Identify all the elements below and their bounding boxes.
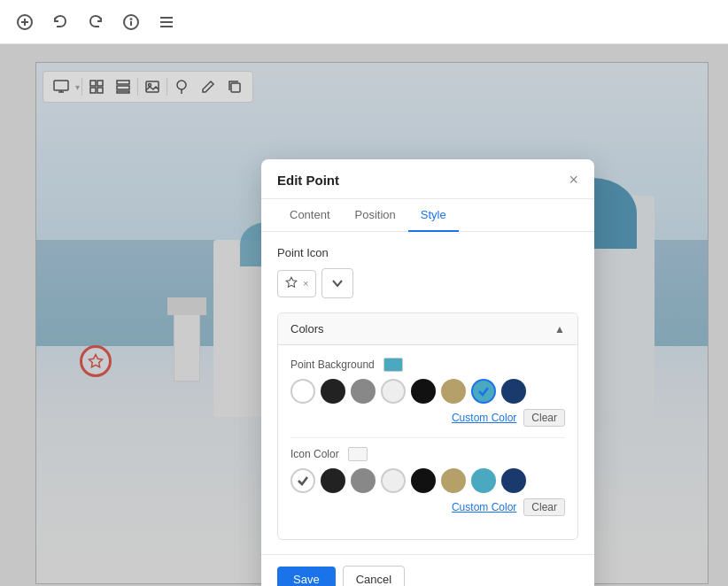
- add-icon[interactable]: [14, 12, 35, 33]
- color-divider: [290, 437, 565, 438]
- icon-color-row: Icon Color: [290, 447, 565, 516]
- swatch-icon-dark[interactable]: [321, 468, 345, 493]
- menu-icon[interactable]: [156, 12, 177, 33]
- save-button[interactable]: Save: [277, 567, 336, 586]
- point-background-header: Point Background: [290, 358, 565, 372]
- point-bg-clear-button[interactable]: Clear: [523, 409, 565, 427]
- swatch-bg-navy[interactable]: [501, 379, 526, 404]
- tab-style[interactable]: Style: [408, 199, 459, 232]
- tab-position[interactable]: Position: [343, 199, 408, 232]
- icon-color-preview[interactable]: [348, 447, 368, 461]
- swatch-icon-gray[interactable]: [351, 468, 376, 493]
- info-icon[interactable]: [120, 12, 142, 33]
- swatch-bg-white[interactable]: [290, 379, 315, 404]
- point-background-row: Point Background: [290, 358, 565, 427]
- swatch-bg-black[interactable]: [411, 379, 436, 404]
- swatch-bg-gray[interactable]: [351, 379, 376, 404]
- undo-icon[interactable]: [50, 12, 71, 33]
- close-button[interactable]: ×: [569, 172, 578, 188]
- icon-dropdown-button[interactable]: [321, 268, 353, 298]
- modal-header: Edit Point ×: [261, 159, 594, 199]
- icon-color-actions: Custom Color Clear: [290, 498, 565, 516]
- redo-icon[interactable]: [85, 12, 106, 33]
- icon-color-swatches: [290, 468, 565, 493]
- swatch-icon-black[interactable]: [411, 468, 436, 493]
- modal-footer: Save Cancel: [261, 554, 594, 586]
- icon-clear-button[interactable]: Clear: [523, 498, 565, 516]
- top-toolbar: [0, 0, 728, 44]
- icon-selector-row: ×: [277, 268, 578, 298]
- swatch-icon-gold[interactable]: [441, 468, 466, 493]
- point-bg-color-actions: Custom Color Clear: [290, 409, 565, 427]
- swatch-bg-dark[interactable]: [321, 379, 345, 404]
- cancel-button[interactable]: Cancel: [343, 566, 405, 586]
- svg-marker-25: [286, 277, 297, 287]
- point-background-preview[interactable]: [383, 358, 403, 372]
- colors-body: Point Background: [278, 345, 577, 539]
- edit-point-modal: Edit Point × Content Position Style Poin…: [261, 159, 594, 586]
- swatch-icon-light[interactable]: [381, 468, 406, 493]
- point-icon-label: Point Icon: [277, 246, 578, 259]
- icon-chip-close-btn[interactable]: ×: [303, 278, 308, 289]
- icon-color-label: Icon Color: [290, 448, 339, 460]
- swatch-bg-light[interactable]: [381, 379, 406, 404]
- swatch-icon-navy[interactable]: [501, 468, 526, 493]
- swatch-icon-white[interactable]: [290, 468, 315, 493]
- icon-color-header: Icon Color: [290, 447, 565, 461]
- point-background-label: Point Background: [290, 359, 375, 371]
- swatch-bg-teal[interactable]: [471, 379, 496, 404]
- swatch-icon-teal[interactable]: [471, 468, 496, 493]
- colors-header[interactable]: Colors ▲: [278, 313, 577, 345]
- canvas-area: ▾: [0, 44, 728, 586]
- colors-header-label: Colors: [290, 322, 324, 335]
- icon-chip[interactable]: ×: [277, 270, 316, 297]
- tab-content[interactable]: Content: [277, 199, 343, 232]
- point-bg-custom-color-link[interactable]: Custom Color: [452, 412, 516, 424]
- point-background-swatches: [290, 379, 565, 404]
- modal-tabs: Content Position Style: [261, 199, 594, 232]
- icon-custom-color-link[interactable]: Custom Color: [452, 501, 516, 513]
- colors-collapse-icon: ▲: [554, 323, 565, 335]
- modal-body: Point Icon ×: [261, 232, 594, 554]
- swatch-bg-gold[interactable]: [441, 379, 466, 404]
- modal-title: Edit Point: [277, 173, 339, 188]
- svg-point-5: [131, 19, 132, 19]
- colors-section: Colors ▲ Point Background: [277, 312, 578, 540]
- icon-chip-symbol: [285, 276, 298, 291]
